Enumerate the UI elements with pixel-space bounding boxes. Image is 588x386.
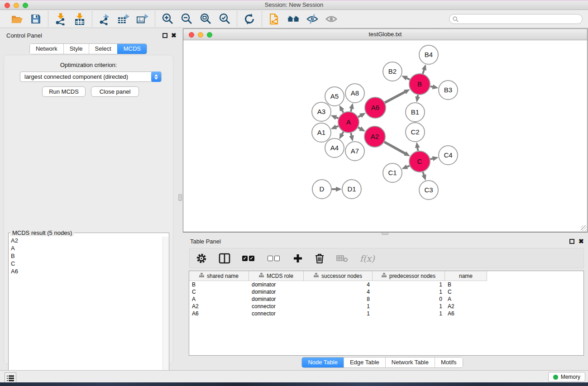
run-mcds-button[interactable]: Run MCDS xyxy=(42,86,86,97)
edge-B-B2[interactable] xyxy=(406,78,410,80)
deselect-all-checkboxes-icon[interactable] xyxy=(268,252,281,265)
close-panel-icon[interactable]: ✖ xyxy=(578,238,584,244)
node-C4[interactable]: C4 xyxy=(439,146,458,165)
node-B4[interactable]: B4 xyxy=(419,45,438,64)
node-A3[interactable]: A3 xyxy=(312,102,331,121)
maximize-network-window-button[interactable] xyxy=(207,32,212,38)
close-panel-button[interactable]: Close panel xyxy=(91,86,139,97)
edge-A-A1[interactable] xyxy=(335,126,339,128)
node-C1[interactable]: C1 xyxy=(383,163,402,182)
node-C3[interactable]: C3 xyxy=(419,181,438,200)
edge-C-C2[interactable] xyxy=(417,147,418,151)
vertical-split-handle[interactable] xyxy=(178,194,182,201)
mcds-result-item[interactable]: A2 xyxy=(9,237,163,244)
column-header-predecessor-nodes[interactable]: predecessor nodes xyxy=(373,271,445,281)
node-A8[interactable]: A8 xyxy=(345,84,364,103)
tab-network[interactable]: Network xyxy=(30,44,63,54)
tab-edge-table[interactable]: Edge Table xyxy=(344,357,385,367)
import-table-icon[interactable] xyxy=(73,13,86,25)
edge-A2-C[interactable] xyxy=(384,142,406,154)
network-from-file-icon[interactable] xyxy=(268,13,281,25)
table-row[interactable]: A2connector11A2 xyxy=(189,303,583,310)
function-builder-icon[interactable]: f(x) xyxy=(360,252,375,265)
edge-C-C1[interactable] xyxy=(406,166,409,167)
node-B3[interactable]: B3 xyxy=(439,81,458,100)
table-row[interactable]: Bdominator41B xyxy=(189,281,583,288)
mcds-result-item[interactable]: A6 xyxy=(9,267,163,275)
edge-A-A7[interactable] xyxy=(351,133,352,136)
mcds-list-scrollbar[interactable] xyxy=(163,237,168,386)
zoom-fit-icon[interactable] xyxy=(199,13,212,25)
column-header-shared-name[interactable]: shared name xyxy=(189,271,249,281)
zoom-in-icon[interactable] xyxy=(161,13,174,25)
close-network-window-button[interactable] xyxy=(189,32,194,38)
edge-A-A5[interactable] xyxy=(342,110,344,113)
edge-C-C4[interactable] xyxy=(430,158,433,159)
edge-A-A3[interactable] xyxy=(335,117,339,119)
criterion-select[interactable]: largest connected component (directed) xyxy=(20,71,162,82)
node-A7[interactable]: A7 xyxy=(345,142,364,161)
tab-mcds[interactable]: MCDS xyxy=(117,44,147,54)
memory-button[interactable]: Memory xyxy=(548,372,585,382)
column-header-name[interactable]: name xyxy=(445,271,487,281)
node-A[interactable]: A xyxy=(338,112,359,133)
tab-node-table[interactable]: Node Table xyxy=(302,357,344,367)
mcds-result-item[interactable]: C xyxy=(9,260,163,267)
settings-gear-icon[interactable] xyxy=(196,252,207,265)
hide-eye-icon[interactable] xyxy=(306,13,319,25)
maximize-window-button[interactable] xyxy=(23,3,28,8)
delete-table-icon[interactable] xyxy=(336,252,348,265)
node-B1[interactable]: B1 xyxy=(406,103,425,122)
network-canvas[interactable]: B4B2BB3A8A5A6A3B1AA1C2A2A4A7C4CC1C3DD1 xyxy=(183,40,587,232)
node-A4[interactable]: A4 xyxy=(325,138,344,157)
export-table-icon[interactable] xyxy=(117,13,130,25)
edge-A-A6[interactable] xyxy=(358,115,361,117)
zoom-out-icon[interactable] xyxy=(180,13,193,25)
minimize-window-button[interactable] xyxy=(14,3,19,8)
node-D1[interactable]: D1 xyxy=(342,180,361,199)
node-A6[interactable]: A6 xyxy=(365,97,386,118)
tab-select[interactable]: Select xyxy=(89,44,117,54)
edge-B-B4[interactable] xyxy=(423,69,424,74)
mcds-result-item[interactable]: B xyxy=(9,252,163,260)
window-resize-grip[interactable] xyxy=(581,225,587,231)
select-all-checkboxes-icon[interactable]: ✓✓ xyxy=(242,252,256,265)
edge-A-A2[interactable] xyxy=(358,128,361,129)
add-column-icon[interactable] xyxy=(293,252,303,265)
import-network-icon[interactable] xyxy=(54,13,67,25)
node-C2[interactable]: C2 xyxy=(406,123,425,142)
edge-A-A8[interactable] xyxy=(351,108,352,111)
node-A5[interactable]: A5 xyxy=(325,87,344,106)
float-panel-icon[interactable] xyxy=(569,239,574,244)
node-C[interactable]: C xyxy=(409,151,430,172)
home-layout-icon[interactable] xyxy=(287,13,300,25)
tab-style[interactable]: Style xyxy=(63,44,89,54)
node-A2[interactable]: A2 xyxy=(364,126,385,147)
tab-motifs[interactable]: Motifs xyxy=(435,357,463,367)
column-header-successor-nodes[interactable]: successor nodes xyxy=(304,271,373,281)
table-row[interactable]: Cdominator41C xyxy=(189,288,583,295)
tab-network-table[interactable]: Network Table xyxy=(385,357,435,367)
edge-C-C3[interactable] xyxy=(423,172,424,176)
export-image-icon[interactable] xyxy=(136,13,149,25)
edge-A6-B[interactable] xyxy=(385,91,406,102)
node-table[interactable]: shared nameMCDS rolesuccessor nodesprede… xyxy=(189,271,584,356)
close-window-button[interactable] xyxy=(5,3,10,8)
table-row[interactable]: Adominator80A xyxy=(189,295,583,303)
minimize-network-window-button[interactable] xyxy=(198,32,203,38)
delete-column-icon[interactable] xyxy=(315,252,325,265)
node-B[interactable]: B xyxy=(409,74,430,95)
zoom-selected-icon[interactable] xyxy=(218,13,231,25)
close-panel-icon[interactable]: ✖ xyxy=(171,32,177,38)
column-header-MCDS-role[interactable]: MCDS role xyxy=(249,271,304,281)
node-B2[interactable]: B2 xyxy=(383,62,402,81)
search-input[interactable] xyxy=(449,14,583,24)
edge-B-B1[interactable] xyxy=(417,95,418,98)
refresh-icon[interactable] xyxy=(243,13,256,25)
float-panel-icon[interactable] xyxy=(163,33,167,38)
save-icon[interactable] xyxy=(29,13,42,25)
mcds-result-item[interactable]: A xyxy=(9,244,163,252)
edge-A-A4[interactable] xyxy=(342,132,344,135)
node-A1[interactable]: A1 xyxy=(312,123,331,142)
node-D[interactable]: D xyxy=(312,180,331,199)
